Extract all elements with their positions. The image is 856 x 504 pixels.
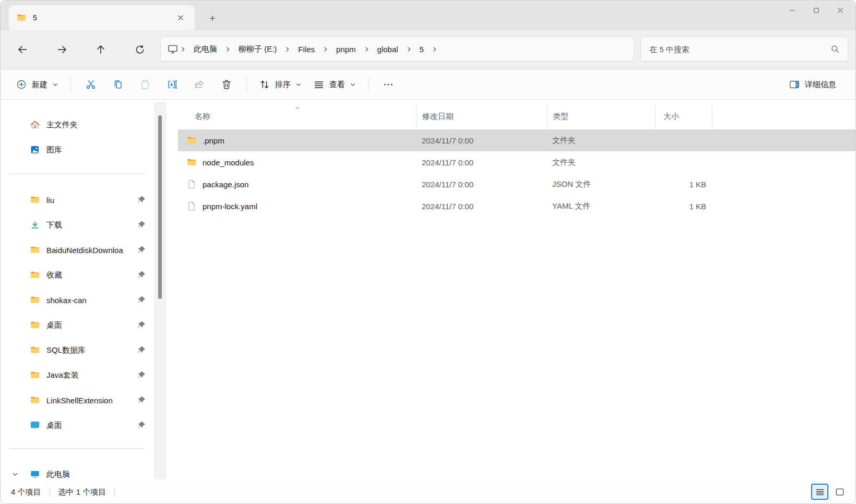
toolbar-divider — [70, 78, 71, 91]
tab-close-button[interactable] — [174, 11, 187, 25]
file-type-icon — [186, 201, 197, 211]
pin-icon — [137, 221, 146, 229]
sidebar-item[interactable]: Java套装 — [3, 363, 151, 388]
scrollbar-thumb[interactable] — [158, 115, 162, 299]
close-button[interactable] — [828, 1, 852, 20]
view-button[interactable]: 查看 — [307, 74, 362, 95]
delete-icon — [221, 79, 232, 90]
details-view-toggle[interactable] — [811, 484, 828, 500]
explorer-tab[interactable]: 5 — [9, 5, 195, 30]
search-input[interactable] — [648, 44, 830, 54]
status-bar: 4 个项目 选中 1 个项目 — [1, 481, 855, 503]
chevron-down-icon — [52, 81, 58, 88]
search-box[interactable] — [640, 37, 848, 62]
sidebar-item-label: liu — [46, 196, 54, 205]
sidebar-item[interactable]: 桌面 — [3, 413, 151, 438]
details-view-icon — [815, 487, 825, 497]
details-pane-button[interactable]: 详细信息 — [783, 74, 842, 95]
table-row[interactable]: node_modules 2024/11/7 0:00 文件夹 — [178, 151, 855, 173]
explorer-body: 主文件夹 图库 liu — [1, 100, 855, 482]
up-button[interactable] — [90, 39, 111, 60]
chevron-down-icon — [295, 81, 302, 88]
more-options-button[interactable] — [375, 74, 402, 95]
forward-button[interactable] — [52, 39, 73, 60]
minimize-button[interactable] — [780, 1, 804, 20]
sidebar-item-label: 下载 — [46, 220, 62, 230]
sidebar-item[interactable]: BaiduNetdiskDownloa — [3, 237, 151, 262]
sidebar-item[interactable]: 下载 — [3, 212, 151, 237]
sidebar-item-label: 此电脑 — [46, 470, 70, 479]
sidebar-item[interactable]: shokax-can — [3, 287, 151, 313]
maximize-button[interactable] — [804, 1, 828, 20]
navigation-bar: 此电脑 柳柳子 (E:) Files pnpm — [1, 30, 855, 69]
table-row[interactable]: package.json 2024/11/7 0:00 JSON 文件 1 KB — [178, 173, 855, 195]
sidebar-item-icon — [30, 195, 40, 205]
chevron-down-icon[interactable] — [12, 471, 18, 477]
sidebar-item[interactable]: 收藏 — [3, 262, 151, 287]
breadcrumb-item[interactable]: 此电脑 — [187, 42, 223, 57]
file-name: package.json — [203, 180, 248, 189]
share-button[interactable] — [186, 74, 213, 95]
status-divider — [114, 487, 115, 497]
rename-button[interactable] — [159, 74, 186, 95]
sort-button[interactable]: 排序 — [253, 74, 307, 95]
breadcrumb-item[interactable]: global — [371, 42, 405, 56]
rename-icon — [167, 79, 178, 90]
copy-button[interactable] — [104, 74, 132, 95]
thumbnail-view-toggle[interactable] — [831, 484, 848, 500]
sidebar-item[interactable]: LinkShellExtension — [3, 388, 151, 413]
pin-icon — [137, 296, 146, 304]
table-row[interactable]: pnpm-lock.yaml 2024/11/7 0:00 YAML 文件 1 … — [178, 195, 855, 217]
column-header-label: 类型 — [553, 112, 568, 122]
sidebar-item-label: Java套装 — [46, 370, 79, 380]
chevron-right-icon — [323, 46, 328, 52]
table-row[interactable]: .pnpm 2024/11/7 0:00 文件夹 — [178, 129, 855, 151]
pin-icon — [137, 196, 146, 204]
breadcrumb-item[interactable]: Files — [292, 42, 321, 56]
breadcrumb-item[interactable]: pnpm — [330, 42, 362, 56]
file-date-modified: 2024/11/7 0:00 — [417, 158, 547, 167]
this-pc-icon — [30, 469, 40, 479]
new-button[interactable]: 新建 — [10, 74, 64, 95]
file-size: 1 KB — [655, 180, 712, 189]
refresh-button[interactable] — [129, 39, 150, 60]
breadcrumb[interactable]: 此电脑 柳柳子 (E:) Files pnpm — [160, 37, 634, 62]
sidebar-item-label: SQL数据库 — [46, 345, 86, 355]
sidebar-item-icon — [30, 320, 40, 330]
breadcrumb-item[interactable]: 柳柳子 (E:) — [232, 42, 283, 57]
sidebar-item[interactable]: 图库 — [3, 137, 151, 162]
breadcrumb-item[interactable]: 5 — [413, 42, 430, 56]
file-date-modified: 2024/11/7 0:00 — [417, 202, 547, 211]
cut-icon — [85, 79, 97, 90]
column-header-date[interactable]: 修改日期 — [417, 105, 547, 128]
sidebar-item[interactable]: liu — [3, 187, 151, 212]
tab-title: 5 — [33, 14, 174, 22]
sidebar-item-icon — [30, 145, 40, 155]
tab-bar: 5 — [1, 1, 855, 30]
sidebar-item-label: 图库 — [46, 145, 62, 155]
file-name-cell: package.json — [178, 179, 417, 189]
back-button[interactable] — [12, 39, 33, 60]
chevron-right-icon — [432, 46, 437, 52]
sidebar-item-label: BaiduNetdiskDownloa — [46, 246, 123, 255]
toolbar-divider — [368, 78, 368, 91]
column-header-label: 修改日期 — [422, 112, 454, 122]
sidebar-scrollbar[interactable] — [154, 102, 167, 479]
column-header-type[interactable]: 类型 — [547, 105, 655, 128]
new-tab-button[interactable] — [205, 11, 220, 26]
pin-icon — [137, 396, 146, 404]
cut-button[interactable] — [77, 74, 104, 95]
column-header-name[interactable]: 名称 — [178, 105, 417, 128]
sidebar-item-icon — [30, 245, 40, 255]
column-header-size[interactable]: 大小 — [655, 105, 712, 128]
sidebar-item-label: 收藏 — [46, 270, 62, 280]
sidebar-item[interactable]: SQL数据库 — [3, 338, 151, 363]
sidebar-item[interactable]: 桌面 — [3, 313, 151, 338]
file-type: JSON 文件 — [547, 179, 655, 189]
paste-button[interactable] — [132, 74, 159, 95]
copy-icon — [112, 79, 124, 90]
sidebar-divider — [9, 174, 145, 174]
sidebar-item[interactable]: 主文件夹 — [3, 112, 151, 137]
sidebar-item-label: 主文件夹 — [46, 120, 78, 130]
delete-button[interactable] — [213, 74, 240, 95]
